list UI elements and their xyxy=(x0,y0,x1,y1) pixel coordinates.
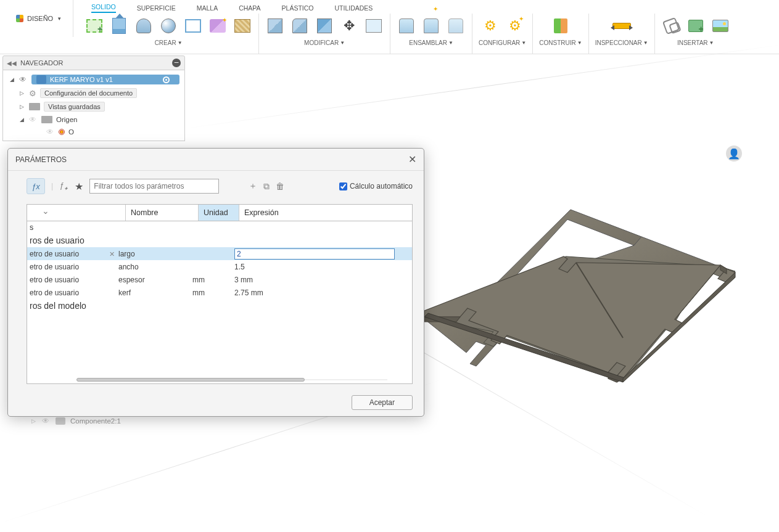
auto-calc-label: Cálculo automático xyxy=(350,182,413,190)
table-row[interactable]: etro de usuario espesor mm 3 mm xyxy=(27,273,412,286)
col-name[interactable]: Nombre xyxy=(126,205,199,221)
caret-icon[interactable]: ▼ xyxy=(448,40,453,46)
delete-row-icon[interactable]: ✕ xyxy=(109,250,115,258)
sphere-button[interactable] xyxy=(159,16,178,36)
insert-link-button[interactable] xyxy=(661,16,681,36)
eye-off-icon[interactable]: 👁 xyxy=(42,417,51,425)
caret-icon[interactable]: ▼ xyxy=(521,40,526,46)
joint-origin-button[interactable] xyxy=(446,16,466,36)
fx-button[interactable]: ƒx xyxy=(27,178,45,194)
new-joint-button[interactable] xyxy=(421,16,441,36)
config-button-2[interactable]: ⚙✦ xyxy=(505,16,525,36)
dialog-titlebar[interactable]: PARÁMETROS ✕ xyxy=(8,149,424,171)
section-favs[interactable]: s xyxy=(27,221,412,234)
star-icon[interactable]: ★ xyxy=(75,181,83,192)
insert-pcb-button[interactable] xyxy=(686,16,706,36)
extrude-button[interactable] xyxy=(109,16,129,36)
twisty-icon[interactable]: ▷ xyxy=(18,104,25,110)
tab-utilidades[interactable]: UTILIDADES xyxy=(334,4,373,12)
measure-button[interactable] xyxy=(612,16,632,36)
col-tree[interactable] xyxy=(27,205,126,221)
table-row[interactable]: etro de usuario kerf mm 2.75 mm xyxy=(27,286,412,299)
combine-button[interactable] xyxy=(315,16,334,36)
navigator-header[interactable]: ◀◀ NAVEGADOR – xyxy=(2,55,185,70)
cell-name[interactable]: kerf xyxy=(118,289,192,297)
table-row[interactable]: etro de usuario ancho 1.5 xyxy=(27,260,412,273)
eye-off-icon[interactable]: 👁 xyxy=(46,128,55,136)
twisty-icon[interactable]: ◢ xyxy=(18,117,25,123)
caret-icon[interactable]: ▼ xyxy=(340,40,345,46)
emboss-button[interactable] xyxy=(208,16,228,36)
align-button[interactable] xyxy=(364,16,384,36)
table-row[interactable]: etro de usuario✕ largo xyxy=(27,247,412,260)
caret-icon: ▼ xyxy=(57,16,62,22)
group-modificar-label: MODIFICAR xyxy=(304,39,339,46)
pattern-button[interactable] xyxy=(183,16,203,36)
twisty-icon[interactable]: ▷ xyxy=(18,90,25,96)
caret-icon[interactable]: ▼ xyxy=(643,40,648,46)
tree-origin[interactable]: ◢ 👁 Origen xyxy=(3,113,184,126)
active-radio-icon[interactable] xyxy=(163,76,170,83)
model-part[interactable] xyxy=(419,202,759,461)
section-model[interactable]: ros del modelo xyxy=(27,299,412,313)
filter-input[interactable] xyxy=(89,179,219,194)
col-expr[interactable]: Expresión xyxy=(239,205,412,221)
row-type: etro de usuario xyxy=(30,263,79,271)
move-button[interactable]: ✥ xyxy=(339,16,359,36)
cell-expr[interactable]: 3 mm xyxy=(234,276,412,284)
joint-button[interactable] xyxy=(397,16,416,36)
insert-image-button[interactable] xyxy=(711,16,730,36)
fx-user-icon[interactable]: ƒ✦ xyxy=(59,181,68,192)
workspace-switcher[interactable]: DISEÑO ▼ xyxy=(5,0,73,37)
twisty-icon[interactable]: ◢ xyxy=(8,76,15,83)
config-button-1[interactable]: ⚙ xyxy=(480,16,500,36)
auto-calc-toggle[interactable]: Cálculo automático xyxy=(339,182,413,190)
texture-button[interactable] xyxy=(233,16,252,36)
tab-solido[interactable]: SOLIDO xyxy=(91,3,116,13)
sphere-icon xyxy=(161,18,176,33)
horizontal-scrollbar[interactable] xyxy=(76,377,387,382)
cell-unit[interactable]: mm xyxy=(192,276,234,284)
tree-doc-config[interactable]: ▷ ⚙ Configuración del documento xyxy=(3,86,184,100)
add-icon[interactable]: ＋ xyxy=(249,181,257,192)
tree-origin-o[interactable]: 👁 O xyxy=(3,126,184,138)
accept-button[interactable]: Aceptar xyxy=(352,395,413,410)
copy-icon[interactable]: ⧉ xyxy=(263,181,270,192)
twisty-icon[interactable]: ▷ xyxy=(30,418,37,424)
user-avatar[interactable]: 👤 xyxy=(726,145,742,162)
sketch-create-button[interactable] xyxy=(84,16,104,36)
delete-icon[interactable]: 🗑 xyxy=(276,181,284,191)
tab-chapa[interactable]: CHAPA xyxy=(239,4,260,12)
scrollbar-thumb[interactable] xyxy=(76,378,305,382)
close-icon[interactable]: ✕ xyxy=(408,153,416,165)
expr-input[interactable] xyxy=(234,248,395,260)
plane-button[interactable] xyxy=(551,16,571,36)
tab-superficie[interactable]: SUPERFICIE xyxy=(137,4,176,12)
cell-expr[interactable]: 2.75 mm xyxy=(234,289,412,297)
fillet-button[interactable] xyxy=(290,16,310,36)
eye-off-icon[interactable]: 👁 xyxy=(29,115,38,124)
cell-unit[interactable]: mm xyxy=(192,289,234,297)
caret-icon[interactable]: ▼ xyxy=(577,40,582,46)
cell-expr[interactable]: 1.5 xyxy=(234,263,412,271)
cell-name[interactable]: ancho xyxy=(118,263,192,271)
cell-name[interactable]: largo xyxy=(118,250,192,258)
auto-calc-checkbox[interactable] xyxy=(339,182,347,190)
tab-malla[interactable]: MALLA xyxy=(197,4,218,12)
section-user[interactable]: ros de usuario xyxy=(27,234,412,247)
col-unit[interactable]: Unidad xyxy=(199,205,239,221)
eye-icon[interactable]: 👁 xyxy=(19,75,28,84)
tree-root[interactable]: ◢ 👁 KERF MARYO v1 v1 xyxy=(3,73,184,86)
tab-plastico[interactable]: PLÁSTICO xyxy=(282,4,314,12)
tree-component2[interactable]: ▷ 👁 Componente2:1 xyxy=(30,417,121,425)
group-insertar: INSERTAR▼ xyxy=(655,14,736,54)
tree-saved-views[interactable]: ▷ Vistas guardadas xyxy=(3,100,184,113)
move-icon: ✥ xyxy=(344,18,355,34)
cell-name[interactable]: espesor xyxy=(118,276,192,284)
revolve-button[interactable] xyxy=(134,16,154,36)
collapse-left-icon[interactable]: ◀◀ xyxy=(7,60,17,67)
caret-icon[interactable]: ▼ xyxy=(178,40,183,46)
minimize-icon[interactable]: – xyxy=(172,59,181,67)
press-pull-button[interactable] xyxy=(265,16,285,36)
caret-icon[interactable]: ▼ xyxy=(709,40,714,46)
